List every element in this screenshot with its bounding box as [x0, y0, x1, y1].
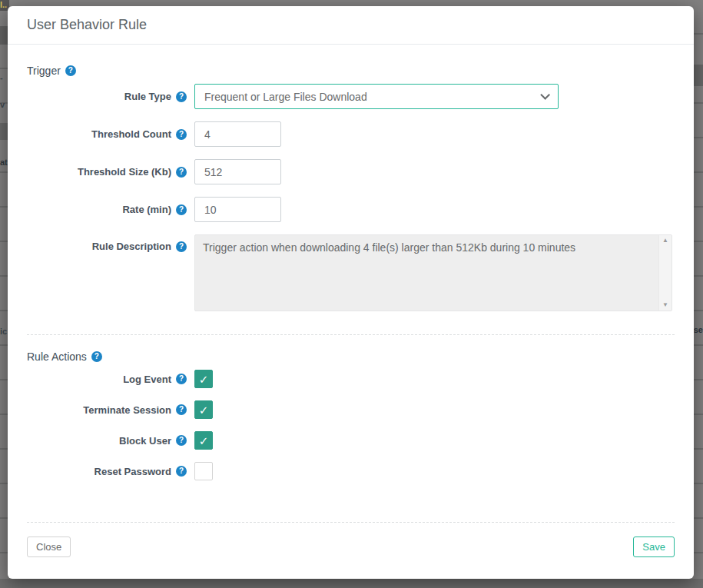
rule-actions-section-heading: Rule Actions ?	[27, 350, 675, 363]
rule-type-label: Rule Type	[124, 91, 171, 102]
rule-description-label-group: Rule Description ?	[27, 234, 194, 252]
rule-description-row: Rule Description ? Trigger action when d…	[27, 234, 675, 311]
dialog-footer: Close Save	[8, 522, 694, 579]
help-icon[interactable]: ?	[176, 167, 187, 178]
threshold-size-label: Threshold Size (Kb)	[78, 166, 171, 178]
help-icon[interactable]: ?	[65, 65, 76, 76]
reset-password-checkbox[interactable]: ✓	[194, 462, 213, 480]
trigger-section-label: Trigger	[27, 65, 61, 77]
block-user-label: Block User	[119, 435, 171, 447]
chevron-down-icon	[540, 90, 550, 100]
rule-actions-section-label: Rule Actions	[27, 350, 87, 363]
reset-password-row: Reset Password ? ✓	[27, 462, 675, 480]
threshold-count-row: Threshold Count ?	[27, 121, 675, 147]
scroll-up-icon: ▲	[662, 238, 668, 244]
dialog-body: Trigger ? Rule Type ? Frequent or Large …	[8, 45, 694, 480]
textarea-scrollbar: ▲ ▼	[658, 235, 671, 311]
dialog-header: User Behavior Rule	[8, 6, 694, 45]
reset-password-label-group: Reset Password ?	[27, 466, 194, 477]
help-icon[interactable]: ?	[176, 129, 187, 140]
dialog-title: User Behavior Rule	[27, 17, 147, 33]
backdrop-text-fragment: -	[0, 74, 3, 82]
check-icon: ✓	[199, 374, 209, 385]
rule-type-select[interactable]: Frequent or Large Files Download	[194, 84, 559, 109]
rate-label-group: Rate (min) ?	[27, 204, 194, 215]
threshold-count-input[interactable]	[194, 121, 281, 147]
log-event-row: Log Event ? ✓	[27, 370, 675, 388]
backdrop-text-fragment: at	[0, 158, 8, 167]
threshold-count-label-group: Threshold Count ?	[27, 128, 194, 140]
save-button[interactable]: Save	[633, 537, 675, 557]
rule-description-textarea: Trigger action when downloading 4 file(s…	[194, 234, 672, 311]
rule-type-selected-value: Frequent or Large Files Download	[204, 91, 540, 103]
help-icon[interactable]: ?	[176, 204, 187, 215]
trigger-section-heading: Trigger ?	[27, 65, 675, 77]
log-event-label: Log Event	[123, 374, 171, 385]
rate-label: Rate (min)	[122, 204, 171, 215]
rule-type-label-group: Rule Type ?	[27, 91, 194, 102]
terminate-session-label: Terminate Session	[83, 404, 171, 416]
backdrop-text-fragment: l..	[0, 1, 7, 9]
backdrop-text-fragment: se	[694, 326, 703, 334]
rule-description-value: Trigger action when downloading 4 file(s…	[195, 235, 658, 311]
terminate-session-row: Terminate Session ? ✓	[27, 400, 675, 419]
backdrop-row-patch	[0, 579, 703, 588]
reset-password-label: Reset Password	[95, 466, 171, 477]
block-user-label-group: Block User ?	[27, 435, 194, 447]
rule-description-label: Rule Description	[92, 241, 171, 252]
scroll-down-icon: ▼	[662, 302, 668, 308]
section-divider	[27, 334, 675, 335]
check-icon: ✓	[199, 404, 209, 416]
threshold-count-label: Threshold Count	[91, 128, 171, 140]
user-behavior-rule-dialog: User Behavior Rule Trigger ? Rule Type ?…	[8, 6, 694, 579]
backdrop-row-patch	[692, 65, 703, 86]
backdrop-text-fragment: ic	[0, 327, 7, 336]
check-icon: ✓	[199, 435, 209, 447]
block-user-row: Block User ? ✓	[27, 431, 675, 450]
close-button[interactable]: Close	[27, 537, 71, 557]
rule-type-row: Rule Type ? Frequent or Large Files Down…	[27, 84, 675, 109]
help-icon[interactable]: ?	[91, 351, 102, 362]
help-icon[interactable]: ?	[176, 404, 187, 415]
help-icon[interactable]: ?	[176, 241, 187, 252]
help-icon[interactable]: ?	[176, 466, 187, 477]
block-user-checkbox[interactable]: ✓	[194, 431, 213, 450]
help-icon[interactable]: ?	[176, 91, 187, 102]
terminate-session-label-group: Terminate Session ?	[27, 404, 194, 416]
log-event-checkbox[interactable]: ✓	[194, 370, 213, 388]
threshold-size-input[interactable]	[194, 159, 281, 184]
threshold-size-label-group: Threshold Size (Kb) ?	[27, 166, 194, 178]
backdrop-text-fragment: v	[0, 101, 5, 109]
terminate-session-checkbox[interactable]: ✓	[194, 400, 213, 419]
rate-row: Rate (min) ?	[27, 197, 675, 222]
rate-input[interactable]	[194, 197, 281, 222]
threshold-size-row: Threshold Size (Kb) ?	[27, 159, 675, 184]
help-icon[interactable]: ?	[176, 374, 187, 384]
help-icon[interactable]: ?	[176, 435, 187, 446]
log-event-label-group: Log Event ?	[27, 374, 194, 385]
